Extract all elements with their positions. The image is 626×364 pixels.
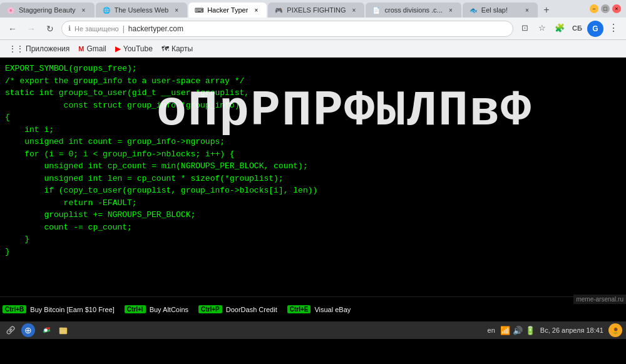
code-line-5: { xyxy=(0,111,626,124)
code-line-16: return -EFAULT; xyxy=(0,197,626,210)
bookmark-button[interactable]: ☆ xyxy=(535,21,550,36)
minimize-button[interactable]: − xyxy=(590,4,598,13)
code-line-8: unsigned int count = group_info->ngroups… xyxy=(0,136,626,148)
tab-tab1[interactable]: 🌸 Staggering Beauty × xyxy=(0,3,95,18)
code-line-12: unsigned int cp_count = min(NGROUPS_PER_… xyxy=(0,160,626,173)
shortcut-0: Ctrl+B Buy Bitcoin [Earn $10 Free] xyxy=(3,305,115,313)
shortcut-key-0: Ctrl+B xyxy=(3,305,26,313)
battery-icon: 🔋 xyxy=(525,326,535,335)
tab-favicon-tab3: ⌨ xyxy=(195,6,203,14)
code-line-3: static int groups_to_user(gid_t __user *… xyxy=(0,87,626,99)
language-badge[interactable]: en xyxy=(488,326,495,334)
bookmarks-bar: ⋮⋮ Приложения M Gmail ▶ YouTube 🗺 Карты xyxy=(0,40,626,58)
nav-actions: ⊡ ☆ 🧩 СБ G ⋮ xyxy=(517,21,621,37)
apps-label: Приложения xyxy=(26,44,69,53)
tab-label-tab4: PIXELS FIGHTING xyxy=(287,6,346,14)
code-line-11: for (i = 0; i < group_info->nblocks; i++… xyxy=(0,148,626,161)
code-line-2: /* export the group_info to a user-space… xyxy=(0,75,626,88)
svg-point-1 xyxy=(44,329,48,332)
shortcut-key-3: Ctrl+E xyxy=(287,305,311,313)
code-line-21: } xyxy=(0,233,626,246)
tab-close-tab5[interactable]: × xyxy=(446,6,455,14)
extensions-button[interactable]: 🧩 xyxy=(552,21,567,36)
main-content: оПрРПРФЫЛПвФ EXPORT_SYMBOL(groups_free);… xyxy=(0,58,626,321)
code-line-22: } xyxy=(0,246,626,258)
taskbar-link-btn[interactable] xyxy=(4,323,18,337)
clock: Вс, 26 апреля 18:41 xyxy=(540,326,603,334)
bookmark-maps[interactable]: 🗺 Карты xyxy=(158,42,197,56)
tab-label-tab6: Eel slap! xyxy=(481,6,519,14)
code-line-20: count -= cp_count; xyxy=(0,221,626,234)
tab-favicon-tab4: 🎮 xyxy=(274,6,283,14)
new-tab-button[interactable]: + xyxy=(539,3,554,18)
reload-button[interactable]: ↻ xyxy=(43,21,58,36)
meme-watermark: meme-arsenal.ru xyxy=(573,295,626,304)
tab-favicon-tab1: 🌸 xyxy=(6,6,15,14)
files-icon xyxy=(58,325,68,335)
tab-favicon-tab6: 🐟 xyxy=(469,6,478,14)
link-icon xyxy=(6,325,16,335)
tab-close-tab3[interactable]: × xyxy=(252,6,260,14)
title-bar: 🌸 Staggering Beauty × 🌐 The Useless Web … xyxy=(0,0,626,18)
taskbar-files-btn[interactable] xyxy=(56,323,70,337)
bookmark-apps[interactable]: ⋮⋮ Приложения xyxy=(5,42,73,56)
shortcuts-bar: Ctrl+B Buy Bitcoin [Earn $10 Free] Ctrl+… xyxy=(0,296,626,321)
maps-icon: 🗺 xyxy=(162,44,169,53)
apps-grid-icon: ⋮⋮ xyxy=(9,44,24,53)
taskbar-right: en 📶 🔊 🔋 Вс, 26 апреля 18:41 🌻 xyxy=(488,323,622,337)
tab-tab2[interactable]: 🌐 The Useless Web × xyxy=(96,3,188,18)
security-label: Не защищено xyxy=(74,25,119,33)
youtube-icon: ▶ xyxy=(115,44,121,53)
shortcut-label-0: Buy Bitcoin [Earn $10 Free] xyxy=(30,306,115,313)
chrome-icon xyxy=(41,325,51,335)
window-controls: − □ × xyxy=(590,4,626,13)
close-button[interactable]: × xyxy=(612,4,621,13)
taskbar-chrome-btn[interactable] xyxy=(39,323,53,337)
tab-close-tab1[interactable]: × xyxy=(80,6,88,14)
tab-tab4[interactable]: 🎮 PIXELS FIGHTING × xyxy=(268,3,364,18)
tab-close-tab4[interactable]: × xyxy=(349,6,358,14)
tab-label-tab3: Hacker Typer xyxy=(207,6,248,14)
taskbar-left: ⊕ xyxy=(4,323,70,337)
address-bar[interactable]: ℹ Не защищено | hackertyper.com xyxy=(61,21,513,37)
maximize-button[interactable]: □ xyxy=(601,4,610,13)
back-button[interactable]: ← xyxy=(5,21,20,36)
tab-close-tab2[interactable]: × xyxy=(172,6,181,14)
youtube-label: YouTube xyxy=(123,44,153,53)
system-taskbar: ⊕ en 📶 🔊 🔋 Вс, 26 апреля 18:4 xyxy=(0,321,626,339)
code-display: EXPORT_SYMBOL(groups_free);/* export the… xyxy=(0,58,626,263)
shortcut-3: Ctrl+E Visual eBay xyxy=(287,305,351,313)
tab-tab6[interactable]: 🐟 Eel slap! × xyxy=(463,3,538,18)
url-separator: | xyxy=(123,24,125,33)
taskbar-circle-btn[interactable]: ⊕ xyxy=(21,323,35,337)
shortcut-key-1: Ctrl+I xyxy=(125,305,146,313)
code-line-19: grouplist += NGROUPS_PER_BLOCK; xyxy=(0,209,626,221)
tabs-area: 🌸 Staggering Beauty × 🌐 The Useless Web … xyxy=(0,0,590,18)
shortcut-2: Ctrl+P DoorDash Credit xyxy=(198,305,277,313)
forward-button[interactable]: → xyxy=(24,21,39,36)
wifi-icon: 📶 xyxy=(500,326,510,335)
tab-favicon-tab2: 🌐 xyxy=(102,6,111,14)
sunflower-icon[interactable]: 🌻 xyxy=(608,323,622,337)
shortcut-label-2: DoorDash Credit xyxy=(226,306,277,313)
tab-tab3[interactable]: ⌨ Hacker Typer × xyxy=(188,3,267,18)
bookmark-gmail[interactable]: M Gmail xyxy=(74,42,110,56)
gmail-label: Gmail xyxy=(86,44,106,53)
gmail-icon: M xyxy=(78,45,84,53)
code-line-0: EXPORT_SYMBOL(groups_free); xyxy=(0,63,626,75)
bookmark-youtube[interactable]: ▶ YouTube xyxy=(111,42,156,56)
sber-button[interactable]: СБ xyxy=(570,21,585,36)
code-line-6: int i; xyxy=(0,124,626,136)
volume-icon: 🔊 xyxy=(513,326,523,335)
tab-close-tab6[interactable]: × xyxy=(523,6,531,14)
menu-button[interactable]: ⋮ xyxy=(606,21,621,36)
tab-label-tab5: cross divisions .c... xyxy=(384,6,442,14)
shortcut-1: Ctrl+I Buy AltCoins xyxy=(125,305,188,313)
tab-tab5[interactable]: 📄 cross divisions .c... × xyxy=(366,3,461,18)
security-icon: ℹ xyxy=(68,24,71,33)
tab-favicon-tab5: 📄 xyxy=(372,6,381,14)
profile-avatar[interactable]: G xyxy=(587,21,603,37)
cast-button[interactable]: ⊡ xyxy=(517,21,532,36)
circle-icon: ⊕ xyxy=(24,325,32,335)
code-line-4: const struct group_info *group_info) xyxy=(0,99,626,112)
